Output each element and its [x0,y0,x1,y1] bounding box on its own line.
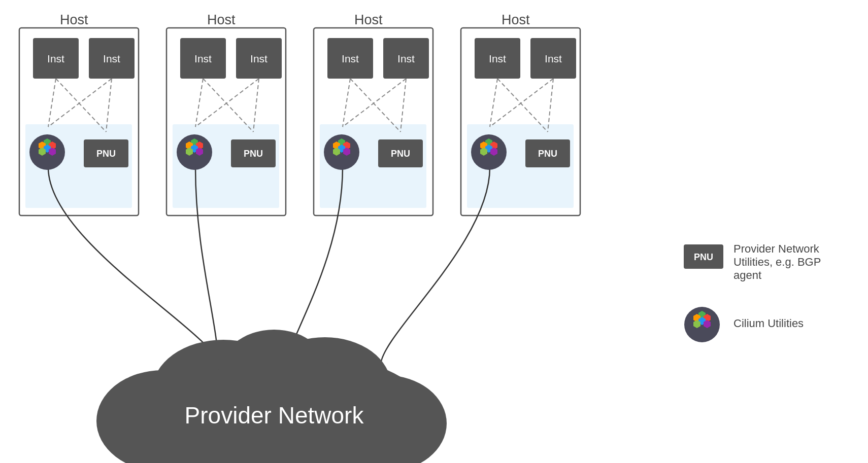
svg-marker-84 [485,145,492,153]
svg-text:Inst: Inst [342,53,359,64]
svg-marker-65 [39,141,46,150]
svg-text:Inst: Inst [194,53,212,64]
svg-point-60 [177,134,212,170]
svg-rect-31 [383,38,429,79]
svg-point-59 [29,134,65,170]
svg-rect-7 [84,139,128,167]
svg-text:Host: Host [502,12,530,27]
svg-marker-81 [485,138,492,147]
svg-marker-74 [186,148,193,156]
svg-marker-69 [191,138,198,147]
svg-line-35 [343,79,350,127]
svg-rect-3 [33,38,79,79]
svg-line-9 [48,79,56,127]
svg-text:Host: Host [60,12,88,27]
svg-point-56 [259,337,391,434]
svg-marker-64 [49,141,56,150]
svg-rect-0 [19,28,139,216]
svg-rect-33 [378,139,423,167]
svg-text:PNU: PNU [694,252,713,262]
svg-rect-44 [530,38,576,79]
svg-point-61 [324,134,359,170]
svg-rect-26 [314,28,433,216]
svg-line-37 [343,79,406,127]
svg-text:Provider Network: Provider Network [733,242,820,255]
svg-rect-16 [180,38,226,79]
svg-point-53 [96,370,228,463]
svg-text:agent: agent [733,269,761,281]
svg-point-57 [218,330,330,421]
svg-marker-77 [333,141,340,150]
svg-line-24 [195,79,259,127]
svg-marker-75 [338,138,345,147]
svg-marker-83 [480,141,487,150]
svg-marker-82 [490,141,497,150]
svg-marker-68 [39,148,46,156]
svg-text:PNU: PNU [244,149,263,159]
svg-marker-70 [196,141,203,150]
svg-rect-15 [173,124,279,208]
svg-text:Host: Host [354,12,383,27]
svg-text:Utilities, e.g. BGP: Utilities, e.g. BGP [733,256,821,268]
svg-text:PNU: PNU [538,149,557,159]
svg-line-50 [490,79,553,127]
svg-marker-73 [196,148,203,156]
svg-text:Cilium Utilities: Cilium Utilities [733,317,804,330]
svg-text:Inst: Inst [103,53,120,64]
svg-rect-41 [467,124,574,208]
svg-line-10 [56,79,106,132]
svg-rect-20 [231,139,276,167]
svg-marker-85 [490,148,497,156]
svg-marker-79 [343,148,350,156]
svg-marker-63 [44,138,51,147]
svg-line-12 [106,79,112,132]
svg-marker-67 [49,148,56,156]
svg-line-25 [253,79,259,132]
svg-line-23 [203,79,253,132]
svg-point-62 [471,134,507,170]
svg-rect-5 [89,38,135,79]
svg-marker-96 [698,317,706,325]
svg-rect-39 [461,28,580,216]
svg-text:Provider Network: Provider Network [185,402,364,429]
svg-text:Inst: Inst [545,53,562,64]
svg-rect-28 [320,124,426,208]
svg-marker-78 [338,145,345,153]
svg-marker-93 [698,311,706,319]
svg-text:Inst: Inst [47,53,64,64]
svg-rect-29 [327,38,373,79]
svg-line-22 [195,79,203,127]
svg-rect-2 [25,124,132,208]
svg-rect-13 [166,28,286,216]
svg-marker-71 [186,141,193,150]
svg-text:Host: Host [207,12,236,27]
svg-line-49 [497,79,548,132]
svg-point-54 [325,375,447,463]
svg-text:PNU: PNU [96,149,116,159]
svg-marker-94 [704,314,711,322]
svg-marker-98 [693,320,700,328]
svg-marker-86 [480,148,487,156]
svg-point-92 [684,307,720,342]
svg-line-11 [48,79,112,127]
svg-point-55 [152,340,294,441]
svg-text:PNU: PNU [391,149,410,159]
svg-line-48 [490,79,497,127]
svg-line-51 [548,79,553,132]
svg-marker-95 [693,314,700,322]
svg-rect-18 [236,38,282,79]
svg-rect-46 [525,139,570,167]
svg-text:Inst: Inst [489,53,506,64]
svg-line-36 [350,79,400,132]
svg-line-38 [400,79,406,132]
svg-marker-76 [343,141,350,150]
svg-rect-87 [684,244,723,269]
svg-text:Inst: Inst [397,53,415,64]
svg-marker-80 [333,148,340,156]
diagram-container: Host Inst Inst PNU Host Inst Inst PNU Ho… [0,0,868,463]
svg-point-52 [122,350,426,463]
svg-marker-66 [44,145,51,153]
svg-marker-97 [704,320,711,328]
svg-rect-42 [475,38,520,79]
svg-marker-72 [191,145,198,153]
